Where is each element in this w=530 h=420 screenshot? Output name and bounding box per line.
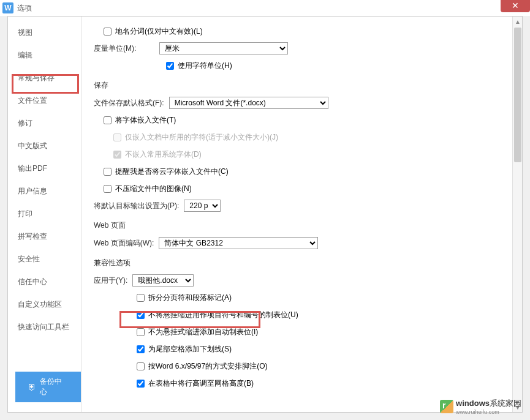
checkbox-no-embed-system [113,151,121,159]
sidebar-item-quick-access[interactable]: 快速访问工具栏 [8,316,81,339]
app-icon: W [2,2,13,13]
label-apply-to: 应用于(Y): [94,276,127,286]
label-compat-2: 不为悬挂式缩进添加自动制表位(I) [148,327,258,337]
sidebar-item-view[interactable]: 视图 [8,21,81,44]
checkbox-place-name-split[interactable] [104,28,112,36]
checkbox-embed-only-used [113,133,121,141]
checkbox-compat-5[interactable] [137,380,145,388]
checkbox-use-char-unit[interactable] [166,62,174,70]
label-embed-only-used: 仅嵌入文档中所用的字符(适于减小文件大小)(J) [125,132,278,143]
scroll-up-icon[interactable]: ▲ [513,17,522,26]
label-compat-0: 拆分分页符和段落标记(A) [148,293,232,303]
select-default-output[interactable]: 220 ppi [184,200,221,212]
watermark-icon [440,400,453,413]
select-web-encoding[interactable]: 简体中文 GB2312 [159,237,318,249]
backup-label: 备份中心 [40,377,69,397]
backup-center-button[interactable]: 备份中心 [15,372,81,402]
checkbox-compat-4[interactable] [137,362,145,370]
watermark-suffix: 系统家园 [490,399,521,408]
label-web-encoding: Web 页面编码(W): [94,238,154,249]
section-web: Web 页面 [94,220,510,231]
checkbox-cloud-fonts-warn[interactable] [104,168,112,176]
label-default-output: 将默认目标输出设置为(P): [94,201,179,211]
sidebar-item-customize-ribbon[interactable]: 自定义功能区 [8,293,81,316]
scrollbar[interactable]: ▲ ▼ [512,17,522,412]
watermark-brand: windows [456,399,490,408]
sidebar-item-trust-center[interactable]: 信任中心 [8,271,81,293]
checkbox-embed-fonts[interactable] [104,116,112,124]
checkbox-no-compress-images[interactable] [104,185,112,193]
label-default-format: 文件保存默认格式(F): [94,98,164,108]
label-cloud-fonts-warn: 提醒我是否将云字体嵌入文件中(C) [115,167,229,177]
content-panel: 地名分词(仅对中文有效)(L) 度量单位(M): 厘米 使用字符单位(H) 保存… [81,17,522,412]
sidebar-item-spellcheck[interactable]: 拼写检查 [8,225,81,248]
sidebar-item-output-pdf[interactable]: 输出PDF [8,157,81,180]
titlebar: W 选项 [0,0,530,16]
sidebar-item-file-location[interactable]: 文件位置 [8,89,81,112]
sidebar-item-security[interactable]: 安全性 [8,248,81,271]
label-no-embed-system: 不嵌入常用系统字体(D) [125,149,202,160]
scroll-thumb[interactable] [514,28,521,162]
label-compat-3: 为尾部空格添加下划线(S) [148,344,232,354]
checkbox-compat-1[interactable] [137,311,145,319]
label-compat-1: 不将悬挂缩进用作项目符号和编号的制表位(U) [148,310,298,320]
label-compat-5: 在表格中将行高调至网格高度(B) [148,378,254,389]
sidebar: 视图 编辑 常规与保存 文件位置 修订 中文版式 输出PDF 用户信息 打印 拼… [8,17,81,412]
label-unit: 度量单位(M): [94,43,136,54]
label-compat-4: 按Word 6.x/95/97的方式安排脚注(O) [148,361,267,372]
shield-icon [28,382,36,392]
label-use-char-unit: 使用字符单位(H) [178,61,232,71]
window-title: 选项 [17,3,32,13]
checkbox-compat-3[interactable] [137,345,145,353]
checkbox-compat-0[interactable] [137,294,145,302]
select-unit[interactable]: 厘米 [159,42,288,54]
label-no-compress-images: 不压缩文件中的图像(N) [115,184,192,194]
dialog-body: 视图 编辑 常规与保存 文件位置 修订 中文版式 输出PDF 用户信息 打印 拼… [7,16,523,413]
label-embed-fonts: 将字体嵌入文件(T) [115,115,176,126]
select-default-format[interactable]: Microsoft Word 文件(*.docx) [169,97,328,109]
label-place-name-split: 地名分词(仅对中文有效)(L) [115,26,203,37]
sidebar-item-chinese-layout[interactable]: 中文版式 [8,135,81,157]
checkbox-compat-2[interactable] [137,328,145,336]
close-button[interactable] [501,0,530,12]
section-save: 保存 [94,80,510,91]
watermark-domain: www.ruiheifu.com [456,409,521,415]
sidebar-item-revision[interactable]: 修订 [8,112,81,135]
section-compat: 兼容性选项 [94,258,510,268]
select-apply-to[interactable]: 哦图他.docx [132,274,194,287]
sidebar-item-general-save[interactable]: 常规与保存 [8,67,81,89]
watermark: windows系统家园 www.ruiheifu.com [440,398,521,415]
sidebar-item-print[interactable]: 打印 [8,203,81,225]
sidebar-item-user-info[interactable]: 用户信息 [8,180,81,203]
sidebar-item-edit[interactable]: 编辑 [8,44,81,67]
